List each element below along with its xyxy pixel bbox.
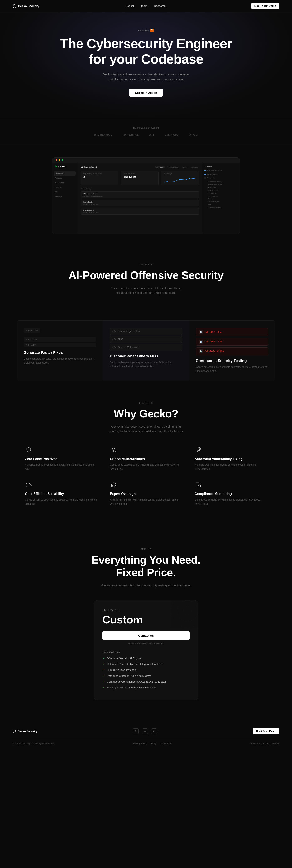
mock-nav-integration: Integration — [54, 181, 75, 185]
feature-code-icons: page.tsx — [24, 328, 96, 334]
svg-point-9 — [13, 730, 15, 733]
cve-icon-2: 📄 — [198, 340, 203, 344]
feature-discover-title: Discover What Others Miss — [110, 354, 182, 359]
logo-ait: AIT — [149, 133, 155, 136]
mock-stat-vulns: High Severity Vulnerabilities 2 — [81, 171, 118, 185]
footer-contact-link[interactable]: Contact Us — [160, 742, 171, 745]
logo-imperial: IMPERIAL — [123, 133, 139, 136]
product-subtitle: Your current security tools miss a lot o… — [42, 286, 250, 295]
footer-logo: Gecko Security — [12, 730, 37, 733]
gecko-logo-icon — [12, 4, 16, 8]
footer: Gecko Security 𝕏 ⌂ in Book Your Demo © G… — [0, 721, 292, 751]
mock-engagement-sub: • Vulnerability Scanning • Session Manag… — [205, 181, 238, 209]
footer-cta-button[interactable]: Book Your Demo — [253, 728, 280, 735]
check-icon-6: ✓ — [102, 686, 105, 689]
footer-privacy-link[interactable]: Privacy Policy — [133, 742, 147, 745]
footer-links: Privacy Policy FAQ Contact Us — [133, 742, 172, 745]
app-screenshot-mock: 🦎 Gecko Dashboard Projects Integration P… — [52, 157, 240, 234]
mock-main-content: Web App SaaS Overview Vulnerabilities Ac… — [77, 163, 202, 234]
pricing-billing: Billed monthly over 3/6/12 months. — [102, 642, 190, 645]
why-zero-title: Zero False Positives — [25, 457, 98, 461]
pricing-feature-2: ✓ Unlimited Pentests by Ex-Intelligence … — [102, 662, 190, 666]
nav-research-link[interactable]: Research — [154, 4, 166, 7]
pricing-cta-button[interactable]: Contact Us — [102, 631, 190, 640]
mock-tab-settings: Settings — [190, 166, 199, 168]
check-icon-2: ✓ — [102, 663, 105, 666]
mock-right-panel: Timeline Initial Reconnaissance Threat M… — [202, 163, 240, 234]
misconfig-tag-2: </> IDOR — [110, 336, 182, 343]
discover-visual: </> Misconfiguration </> IDOR </> Domain… — [110, 328, 182, 351]
mock-timeline-recon: Initial Reconnaissance — [205, 169, 238, 172]
nav-cta-button[interactable]: Book Your Demo — [251, 3, 280, 9]
why-item-compliance: Compliance Monitoring Continuous complia… — [194, 481, 267, 506]
shield-icon — [25, 446, 33, 454]
nav-team-link[interactable]: Team — [141, 4, 147, 7]
mock-dot-red — [56, 159, 57, 161]
mock-content: 🦎 Gecko Dashboard Projects Integration P… — [52, 163, 240, 234]
pricing-feature-1: ✓ Offensive Security AI Engine — [102, 657, 190, 660]
logos-row: ◈ BINANCE IMPERIAL AIT VIKNAIO ⌘ GC — [42, 133, 250, 136]
why-autofix-title: Automatic Vulnerability Fixing — [194, 457, 267, 461]
pricing-feature-text-4: Database of latest CVEs and N-days — [107, 674, 151, 677]
mock-action-label: Action Activity — [81, 188, 199, 190]
pricing-subtitle: Gecko provides unlimited offensive secur… — [25, 583, 267, 588]
mock-nav-settings: Settings — [54, 194, 75, 198]
product-screenshot-section: 🦎 Gecko Dashboard Projects Integration P… — [0, 145, 292, 247]
svg-point-11 — [14, 731, 15, 731]
feature-card-continuous: 📄 CVE-2024-9657 📄 CVE-2024-9506 📄 CVE-20… — [189, 321, 275, 381]
pricing-feature-4: ✓ Database of latest CVEs and N-days — [102, 674, 190, 678]
svg-point-10 — [13, 731, 14, 731]
footer-social: 𝕏 ⌂ in — [133, 728, 157, 734]
nav-product-link[interactable]: Product — [125, 4, 134, 7]
mock-timeline-engagement: Engagement — [205, 177, 238, 179]
pricing-feature-3: ✓ Human Verified Patches — [102, 669, 190, 672]
social-linkedin-icon[interactable]: in — [151, 728, 157, 734]
svg-point-3 — [112, 448, 115, 451]
why-title: Why Gecko? — [25, 408, 267, 420]
pricing-tier-label: Enterprise — [102, 609, 190, 612]
mock-timeline-title: Timeline — [205, 165, 238, 167]
nav-links: Product Team Research — [125, 4, 166, 7]
why-autofix-desc: No more wasting engineering time and cos… — [194, 463, 267, 471]
pricing-feature-text-6: Monthly Account Meetings with Founders — [107, 686, 156, 689]
navbar: Gecko Security Product Team Research Boo… — [0, 0, 292, 12]
logos-label: By the team that secured — [42, 126, 250, 129]
check-icon-5: ✓ — [102, 680, 105, 683]
pricing-feature-6: ✓ Monthly Account Meetings with Founders — [102, 686, 190, 689]
footer-top: Gecko Security 𝕏 ⌂ in Book Your Demo — [12, 728, 280, 735]
pricing-title: Everything You Need. Fixed Price. — [25, 554, 267, 579]
why-expert-desc: All testing in parallel with human secur… — [110, 498, 182, 506]
why-cost-desc: Gecko simplifies your security posture. … — [25, 498, 98, 506]
pricing-label: Pricing — [25, 548, 267, 551]
feature-faster-fixes-desc: Gecko generates precise, production-read… — [24, 357, 96, 365]
pricing-price: Custom — [102, 614, 190, 626]
mock-vuln-deser: Deserialization Finding in src/path/name — [81, 199, 199, 207]
mock-vuln-dotnet: .NET Vulnerabilities Bug found in module… — [81, 191, 199, 198]
footer-logo-icon — [12, 730, 16, 733]
why-critical-title: Critical Vulnerabilities — [110, 457, 182, 461]
hero-cta-button[interactable]: Gecko in Action — [129, 89, 163, 97]
cve-icon-1: 📄 — [198, 330, 203, 334]
logo-binance: ◈ BINANCE — [94, 133, 113, 136]
mock-stat-coverage: % Coverage — [161, 171, 199, 185]
social-github-icon[interactable]: ⌂ — [142, 728, 148, 734]
why-compliance-desc: Continuous compliance with industry stan… — [194, 498, 267, 506]
footer-faq-link[interactable]: FAQ — [151, 742, 156, 745]
mock-vuln-list: .NET Vulnerabilities Bug found in module… — [81, 191, 199, 215]
footer-logo-text: Gecko Security — [17, 730, 37, 733]
pricing-card: Enterprise Custom Contact Us Billed mont… — [94, 600, 198, 701]
cve-tag-3: 📄 CVE-2024-49388 — [196, 347, 268, 355]
cve-visual: 📄 CVE-2024-9657 📄 CVE-2024-9506 📄 CVE-20… — [196, 328, 268, 355]
mock-sidebar-logo: 🦎 Gecko — [54, 165, 75, 168]
hero-title: The Cybersecurity Engineer for your Code… — [42, 36, 250, 67]
why-subtitle: Gecko mimics expert security engineers b… — [25, 424, 267, 434]
pricing-feature-5: ✓ Continuous Compliance (SOC2, ISO 27001… — [102, 680, 190, 683]
why-grid: Zero False Positives Vulnerabilities are… — [25, 446, 267, 506]
code-line-auth: auth.py — [24, 337, 96, 342]
mock-header-row: Web App SaaS Overview Vulnerabilities Ac… — [81, 166, 199, 168]
cve-icon-3: 📄 — [198, 349, 203, 353]
mock-tab-activity: Activity — [181, 166, 188, 168]
cloud-icon — [25, 481, 33, 489]
search-magnify-icon — [110, 446, 117, 454]
social-twitter-icon[interactable]: 𝕏 — [133, 728, 139, 734]
